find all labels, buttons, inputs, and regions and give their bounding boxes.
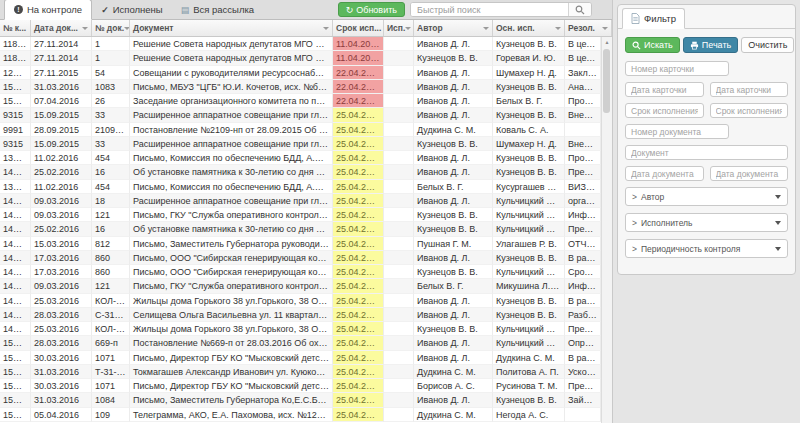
cell-main-executor: Кузнецов В. В. <box>493 251 565 265</box>
table-row[interactable]: 1462517.03.2016860Письмо, ООО "Сибирская… <box>0 265 601 279</box>
table-row[interactable]: 1448309.03.2016121Письмо, ГКУ "Служба оп… <box>0 279 601 293</box>
cell-doc-date: 28.03.2016 <box>31 336 92 350</box>
tab-executed[interactable]: ✓Исполнены <box>92 0 172 19</box>
card-number-input[interactable] <box>625 61 729 76</box>
cell-resolution: В работу. Пр <box>565 351 601 365</box>
filter-field-row <box>625 61 788 76</box>
cell-document: Селищева Ольга Васильевна ул. 11 квартал… <box>130 308 333 322</box>
author-dropdown[interactable]: >Автор <box>625 187 788 206</box>
column-header-4[interactable]: Срок исп... <box>333 20 384 36</box>
tab-on-control[interactable]: !На контроле <box>4 0 92 20</box>
cell-resolution <box>565 408 601 422</box>
scrollbar-thumb[interactable] <box>603 49 610 113</box>
table-row[interactable]: 1524007.04.201626Заседание организационн… <box>0 94 601 108</box>
cell-resolution: Внести пред <box>565 108 601 122</box>
column-header-1[interactable]: Дата док... <box>31 20 92 36</box>
column-header-6[interactable]: Автор <box>414 20 493 36</box>
cell-executor <box>384 265 414 279</box>
card-date-from-input[interactable] <box>625 82 704 97</box>
table-row[interactable]: 931515.09.201533Расширенное аппаратное с… <box>0 137 601 151</box>
column-header-8[interactable]: Резол. <box>565 20 612 36</box>
table-row[interactable]: 1507131.03.20161084Письмо, Заместитель Г… <box>0 393 601 407</box>
filter-print-button[interactable]: Печать <box>683 37 738 53</box>
cell-main-executor: Кузнецов В. В. <box>493 308 565 322</box>
due-date-from-input[interactable] <box>625 103 704 118</box>
cell-document: Об установке памятника к 30-летию со дня… <box>130 222 333 236</box>
quick-search <box>410 2 592 17</box>
cell-doc-no: 1 <box>92 51 130 65</box>
table-row[interactable]: 1487325.03.2016КОЛ-31...Жильцы дома Горь… <box>0 294 601 308</box>
table-row[interactable]: 1507931.03.20161083Письмо, МБУЗ "ЦГБ" Ю.… <box>0 80 601 94</box>
table-row[interactable]: 1453815.03.2016812Письмо, Заместитель Гу… <box>0 237 601 251</box>
column-header-7[interactable]: Осн. исп. <box>493 20 565 36</box>
table-row[interactable]: 1503030.03.20161071Письмо, Директор ГБУ … <box>0 351 601 365</box>
table-row[interactable]: 1462517.03.2016860Письмо, ООО "Сибирская… <box>0 251 601 265</box>
column-header-2[interactable]: № док. <box>92 20 130 36</box>
table-row[interactable]: 1408925.02.201616Об установке памятника … <box>0 165 601 179</box>
cell-doc-date: 17.03.2016 <box>31 251 92 265</box>
filter-buttons: Искать Печать Очистить <box>625 37 788 53</box>
tab-filter[interactable]: Фильтр <box>622 8 685 29</box>
cell-author: Кузнецов В. В. <box>414 322 493 336</box>
document-icon <box>631 13 640 24</box>
cell-doc-no: 33 <box>92 108 130 122</box>
cell-document: Токмагашев Александр Иванович ул. Куюков… <box>130 365 333 379</box>
scroll-up-icon[interactable]: ▲ <box>602 37 612 47</box>
sort-caret-icon <box>555 27 561 30</box>
vertical-scrollbar[interactable]: ▲ <box>601 37 612 423</box>
cell-executor <box>384 251 414 265</box>
cell-resolution: Заключить д <box>565 66 601 80</box>
table-row[interactable]: 1182127.11.20141Решение Совета народных … <box>0 37 601 51</box>
cell-executor <box>384 308 414 322</box>
cell-doc-date: 11.02.2016 <box>31 151 92 165</box>
doc-number-input[interactable] <box>625 124 729 139</box>
cell-main-executor: Кульчицкий А. М. <box>493 265 565 279</box>
table-row[interactable]: 1378011.02.2016454Письмо, Комиссия по об… <box>0 151 601 165</box>
cell-resolution: Предложени <box>565 322 601 336</box>
column-header-5[interactable]: Исп. <box>384 20 414 36</box>
filter-clear-button[interactable]: Очистить <box>741 37 794 53</box>
table-row[interactable]: 1504331.03.2016Т-31-455Токмагашев Алекса… <box>0 365 601 379</box>
table-row[interactable]: 1500128.03.2016669-пПостановление №669-п… <box>0 336 601 350</box>
search-icon[interactable] <box>568 3 591 16</box>
cell-due-date: 25.04.2016 <box>333 151 384 165</box>
table-row[interactable]: 1378011.02.2016454Письмо, Комиссия по об… <box>0 180 601 194</box>
search-input[interactable] <box>411 3 568 16</box>
table-row[interactable]: 1182127.11.20141Решение Совета народных … <box>0 51 601 65</box>
card-date-to-input[interactable] <box>710 82 789 97</box>
executor-dropdown[interactable]: >Исполнитель <box>625 213 788 232</box>
doc-date-to-input[interactable] <box>710 166 789 181</box>
document-input[interactable] <box>625 145 788 160</box>
cell-doc-date: 31.03.2016 <box>31 365 92 379</box>
cell-executor <box>384 194 414 208</box>
table-row[interactable]: 931515.09.201533Расширенное аппаратное с… <box>0 108 601 122</box>
cell-author: Иванов Д. Л. <box>414 108 493 122</box>
cell-document: Заседание организационного комитета по п… <box>130 94 333 108</box>
control-periodicity-dropdown[interactable]: >Периодичность контроля <box>625 239 788 258</box>
cell-doc-no: 16 <box>92 222 130 236</box>
table-row[interactable]: 1448309.03.2016121Письмо, ГКУ "Служба оп… <box>0 208 601 222</box>
cell-executor <box>384 379 414 393</box>
cell-due-date: 25.04.2016 <box>333 393 384 407</box>
filter-search-button[interactable]: Искать <box>625 37 680 53</box>
table-row[interactable]: 1487325.03.2016КОЛ-31...Жильцы дома Горь… <box>0 322 601 336</box>
column-header-3[interactable]: Документ <box>130 20 333 36</box>
refresh-button[interactable]: ↻ Обновить <box>338 2 405 17</box>
cell-author: Иванов Д. Л. <box>414 80 493 94</box>
due-date-to-input[interactable] <box>710 103 789 118</box>
cell-card-no: 14089 <box>0 222 31 236</box>
table-row[interactable]: 1408925.02.201616Об установке памятника … <box>0 222 601 236</box>
sort-caret-icon <box>323 27 329 30</box>
doc-date-from-input[interactable] <box>625 166 704 181</box>
tab-all-mailing[interactable]: ▤Вся рассылка <box>172 0 263 19</box>
table-row[interactable]: 1503030.03.20161071Письмо, Директор ГБУ … <box>0 379 601 393</box>
table-row[interactable]: 999128.09.20152109-нпПостановление №2109… <box>0 123 601 137</box>
table-row[interactable]: 1516005.04.2016109Телеграмма, АКО, Е.А. … <box>0 408 601 422</box>
table-row[interactable]: 1203927.11.201554Совещании с руководител… <box>0 66 601 80</box>
column-header-0[interactable]: № к... <box>0 20 31 36</box>
cell-due-date: 25.04.2016 <box>333 208 384 222</box>
table-row[interactable]: 1434609.03.201618Расширенное аппаратное … <box>0 194 601 208</box>
cell-doc-date: 25.03.2016 <box>31 294 92 308</box>
table-row[interactable]: 1490528.03.2016С-31-436Селищева Ольга Ва… <box>0 308 601 322</box>
filter-panel: Фильтр Искать Печать Очистить >Автор>Исп… <box>617 4 796 275</box>
